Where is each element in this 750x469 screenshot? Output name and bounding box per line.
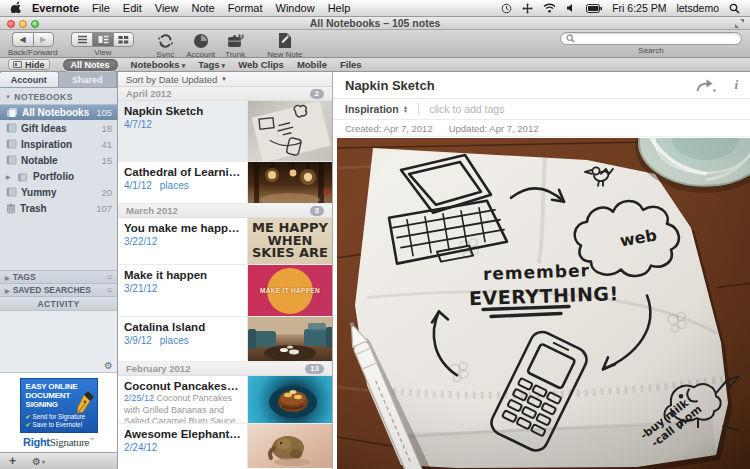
notebook-selector[interactable]: Inspiration ▲▼ xyxy=(345,103,408,115)
filter-mobile[interactable]: Mobile xyxy=(297,59,327,70)
window-title: All Notebooks – 105 notes xyxy=(310,17,441,29)
sort-bar[interactable]: Sort by Date Updated▾ xyxy=(118,72,332,87)
note-detail-title[interactable]: Napkin Sketch xyxy=(345,78,435,93)
sidebar-item-yummy[interactable]: Yummy20 xyxy=(0,184,117,200)
share-icon[interactable] xyxy=(696,79,716,92)
disclosure-closed-icon: ▶ xyxy=(5,274,10,281)
group-count-badge: 3 xyxy=(310,206,324,216)
activity-gear-icon[interactable]: ⚙ xyxy=(104,361,113,371)
note-row-you-make-me-happy[interactable]: You make me happy wh... 3/22/12 ME HAPPY… xyxy=(118,218,332,265)
forward-button[interactable]: ▶ xyxy=(33,32,54,47)
note-date: 4/7/12 xyxy=(124,119,152,130)
filter-files[interactable]: Files xyxy=(340,59,362,70)
actions-gear-button[interactable]: ⚙▾ xyxy=(32,456,45,467)
minimize-button[interactable] xyxy=(19,20,27,28)
ad-panel: EASY ONLINE DOCUMENT SIGNING ✔ Send for … xyxy=(0,372,117,452)
apple-menu[interactable] xyxy=(10,1,21,15)
filter-web-clips[interactable]: Web Clips xyxy=(238,59,284,70)
note-date: 2/24/12 xyxy=(124,442,157,453)
note-row-cathedral[interactable]: Cathedral of Learning 4/1/12places xyxy=(118,162,332,204)
zoom-button[interactable] xyxy=(31,20,39,28)
tags-section-header[interactable]: ▶TAGS≡ xyxy=(0,270,117,283)
filter-tags[interactable]: Tags▾ xyxy=(198,59,225,70)
svg-text:T: T xyxy=(239,34,242,39)
section-grip-icon: ≡ xyxy=(107,285,112,295)
battery-icon[interactable] xyxy=(586,4,602,13)
note-detail: Napkin Sketch i Inspiration ▲▼ click to … xyxy=(333,72,750,469)
close-button[interactable] xyxy=(7,20,15,28)
tab-shared[interactable]: Shared xyxy=(59,72,118,87)
search-input[interactable] xyxy=(575,34,736,44)
group-count-badge: 2 xyxy=(310,89,324,99)
info-icon[interactable]: i xyxy=(734,77,738,93)
disclosure-closed-icon[interactable]: ▶ xyxy=(6,173,13,180)
volume-icon[interactable] xyxy=(566,3,576,13)
check-icon: ✔ xyxy=(26,413,31,420)
note-thumbnail-napkin xyxy=(247,101,332,161)
note-row-catalina-island[interactable]: Catalina Island 3/9/12places xyxy=(118,317,332,362)
activity-section-header[interactable]: ACTIVITY xyxy=(0,296,117,311)
note-row-elephant-ring[interactable]: Awesome Elephant Ring 2/24/12 xyxy=(118,424,332,468)
menu-note[interactable]: Note xyxy=(191,2,214,14)
notebooks-section-header[interactable]: ▼NOTEBOOKS xyxy=(0,88,117,104)
note-place: places xyxy=(160,180,189,191)
note-date: 3/22/12 xyxy=(124,236,157,247)
search-field[interactable] xyxy=(560,32,742,45)
menu-window[interactable]: Window xyxy=(276,2,315,14)
menubar-clock[interactable]: Fri 6:25 PM xyxy=(612,2,666,14)
sync-button[interactable] xyxy=(157,32,174,49)
trunk-button[interactable]: T xyxy=(227,32,244,49)
menubar-user[interactable]: letsdemo xyxy=(676,2,719,14)
chevron-down-icon: ▾ xyxy=(222,62,226,69)
ad-brand[interactable]: RightSignature™ xyxy=(23,436,94,448)
note-thumbnail-make-it-happen: MAKE IT HAPPEN xyxy=(247,265,332,316)
disclosure-closed-icon: ▶ xyxy=(5,287,10,294)
fullscreen-icon[interactable] xyxy=(735,19,744,28)
sidebar-item-all-notebooks[interactable]: All Notebooks105 xyxy=(0,104,117,120)
note-body-photo[interactable]: web remember EVERYTHING! -buy milk -call… xyxy=(337,138,750,469)
chevron-down-icon: ▾ xyxy=(222,75,226,83)
ad-rightsignature[interactable]: EASY ONLINE DOCUMENT SIGNING ✔ Send for … xyxy=(20,378,98,433)
view-label: View xyxy=(94,48,111,57)
filter-all-notes[interactable]: All Notes xyxy=(63,59,118,71)
search-icon xyxy=(566,34,575,43)
sidebar-bottom-bar: + ⚙▾ xyxy=(0,452,117,469)
window-title-bar[interactable]: All Notebooks – 105 notes xyxy=(0,17,750,30)
sidebar-item-portfolio[interactable]: ▶ Portfolio xyxy=(0,168,117,184)
menu-edit[interactable]: Edit xyxy=(123,2,142,14)
card-view-button[interactable] xyxy=(113,32,134,47)
filter-notebooks[interactable]: Notebooks▾ xyxy=(131,59,186,70)
add-notebook-button[interactable]: + xyxy=(9,455,16,467)
apple-icon xyxy=(10,1,21,13)
add-tags-field[interactable]: click to add tags xyxy=(429,103,504,115)
note-row-coconut-pancakes[interactable]: Coconut Pancakes with Grilled Banan... 2… xyxy=(118,376,332,424)
spotlight-icon[interactable] xyxy=(729,3,740,14)
accessibility-icon[interactable] xyxy=(522,3,533,14)
sidebar-item-notable[interactable]: Notable15 xyxy=(0,152,117,168)
hide-sidebar-button[interactable]: Hide xyxy=(8,59,50,70)
new-note-button[interactable] xyxy=(277,32,292,49)
menu-help[interactable]: Help xyxy=(328,2,351,14)
sidebar-item-inspiration[interactable]: Inspiration41 xyxy=(0,136,117,152)
menu-evernote[interactable]: Evernote xyxy=(32,2,79,14)
saved-searches-section-header[interactable]: ▶SAVED SEARCHES≡ xyxy=(0,283,117,296)
sidebar-item-trash[interactable]: Trash107 xyxy=(0,200,117,216)
menu-format[interactable]: Format xyxy=(228,2,263,14)
note-date: 3/9/12 xyxy=(124,335,152,346)
back-button[interactable]: ◀ xyxy=(12,32,33,47)
menu-view[interactable]: View xyxy=(155,2,179,14)
time-machine-icon[interactable] xyxy=(501,3,512,14)
sidebar-item-gift-ideas[interactable]: Gift Ideas18 xyxy=(0,120,117,136)
snippet-view-button[interactable] xyxy=(92,32,113,47)
tab-account[interactable]: Account xyxy=(0,72,59,87)
notebook-stack-icon xyxy=(17,171,29,182)
account-button[interactable] xyxy=(193,32,209,49)
note-row-napkin-sketch[interactable]: Napkin Sketch 4/7/12 xyxy=(118,101,332,162)
list-view-button[interactable] xyxy=(71,32,92,47)
section-grip-icon: ≡ xyxy=(107,272,112,282)
menu-file[interactable]: File xyxy=(92,2,110,14)
note-row-make-it-happen[interactable]: Make it happen 3/21/12 MAKE IT HAPPEN xyxy=(118,265,332,317)
wifi-icon[interactable] xyxy=(543,3,556,13)
sidebar: Account Shared ▼NOTEBOOKS All Notebooks1… xyxy=(0,72,118,469)
disclosure-open-icon: ▼ xyxy=(5,94,11,100)
